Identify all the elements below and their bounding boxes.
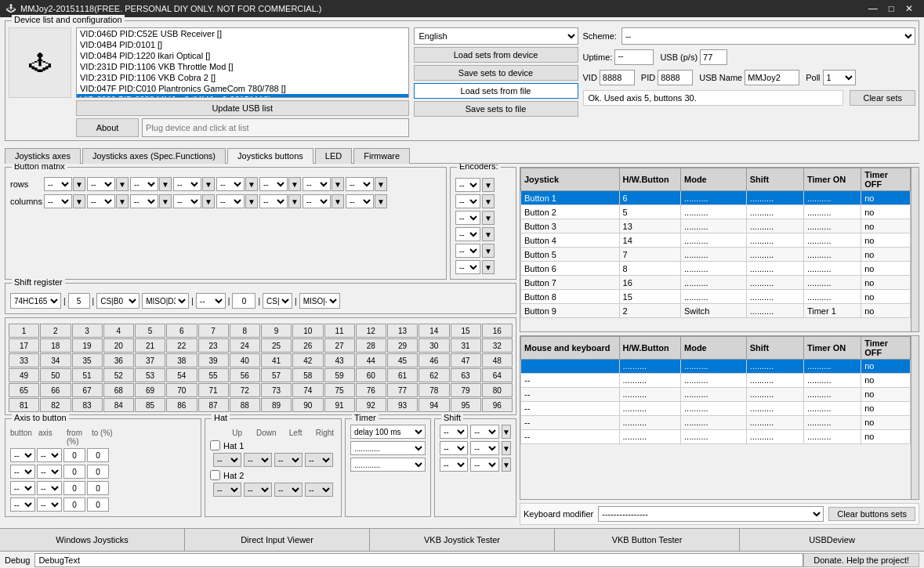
number-btn-71[interactable]: 71 (198, 383, 229, 397)
save-to-file-button[interactable]: Save sets to file (414, 101, 578, 117)
number-btn-48[interactable]: 48 (482, 353, 513, 367)
clear-sets-button[interactable]: Clear sets (850, 90, 915, 106)
cols-selects-select-7[interactable]: -- (346, 194, 374, 208)
number-btn-80[interactable]: 80 (482, 383, 513, 397)
hat2-checkbox[interactable] (210, 470, 220, 480)
cols-selects-btn-7[interactable]: ▼ (375, 194, 387, 208)
number-btn-34[interactable]: 34 (40, 353, 71, 367)
shift-small-btn-1[interactable]: ▼ (502, 441, 511, 455)
encoder-select-1[interactable]: -- (455, 194, 480, 208)
number-btn-26[interactable]: 26 (292, 338, 323, 353)
device-listbox[interactable]: VID:046D PID:C52E USB Receiver []VID:04B… (76, 27, 409, 98)
hat1-right-select[interactable]: -- (305, 453, 333, 467)
encoder-btn-4[interactable]: ▼ (482, 244, 495, 258)
cols-selects-btn-1[interactable]: ▼ (116, 194, 129, 208)
encoder-select-0[interactable]: -- (455, 178, 480, 192)
shift-miso-select[interactable]: MISO|D3 (142, 293, 189, 309)
number-btn-57[interactable]: 57 (261, 368, 292, 382)
mouse-keyboard-table-container[interactable]: Mouse and keyboardH/W.ButtonModeShiftTim… (520, 335, 919, 501)
rows-selects-select-6[interactable]: -- (303, 177, 331, 191)
a2b-to-input-3[interactable] (87, 497, 109, 512)
tab-joysticks-axes[interactable]: Joysticks axes (5, 148, 81, 164)
joystick-table-container[interactable]: JoystickH/W.ButtonModeShiftTimer ONTimer… (520, 167, 919, 332)
joy-table-row[interactable]: Button 716..............................… (521, 276, 911, 290)
a2b-axis-select-1[interactable]: -- (37, 465, 62, 479)
number-btn-79[interactable]: 79 (451, 383, 481, 397)
number-btn-74[interactable]: 74 (292, 383, 323, 397)
encoder-btn-5[interactable]: ▼ (482, 260, 495, 274)
donate-button[interactable]: Donate. Help the project! (803, 553, 919, 567)
device-list-item[interactable]: VID:8888 PID:8888 MMJoy2 (MMJoy2-2015111… (77, 94, 408, 98)
number-btn-40[interactable]: 40 (230, 353, 260, 367)
number-btn-83[interactable]: 83 (72, 398, 103, 412)
cols-selects-select-3[interactable]: -- (173, 194, 201, 208)
number-btn-29[interactable]: 29 (387, 338, 418, 353)
joystick-scrollbar[interactable] (911, 168, 919, 331)
number-btn-13[interactable]: 13 (387, 324, 418, 338)
shift-small-sel2-2[interactable]: -- (470, 458, 498, 472)
device-list-item[interactable]: VID:231D PID:1106 VKB Throttle Mod [] (77, 61, 408, 72)
mk-table-row[interactable]: --......................................… (521, 387, 911, 401)
number-btn-51[interactable]: 51 (72, 368, 103, 382)
shift-val3-input[interactable] (232, 293, 255, 309)
number-btn-9[interactable]: 9 (261, 324, 292, 338)
shift-type-select[interactable]: 74HC165 (10, 293, 61, 309)
rows-selects-btn-1[interactable]: ▼ (116, 177, 129, 191)
encoder-select-2[interactable]: -- (455, 211, 480, 225)
device-list-item[interactable]: VID:231D PID:1106 VKB Cobra 2 [] (77, 72, 408, 83)
device-list-item[interactable]: VID:04B4 PID:0101 [] (77, 39, 408, 50)
joy-table-row[interactable]: Button 815..............................… (521, 290, 911, 304)
number-btn-95[interactable]: 95 (451, 398, 481, 412)
tab-joysticks-axes-(spec.functions)[interactable]: Joysticks axes (Spec.Functions) (82, 148, 226, 164)
number-btn-23[interactable]: 23 (198, 338, 229, 353)
number-btn-87[interactable]: 87 (198, 398, 229, 412)
number-btn-70[interactable]: 70 (166, 383, 197, 397)
number-btn-59[interactable]: 59 (324, 368, 355, 382)
number-btn-49[interactable]: 49 (9, 368, 39, 382)
number-btn-96[interactable]: 96 (482, 398, 513, 412)
encoder-btn-3[interactable]: ▼ (482, 227, 495, 241)
shift-small-sel1-0[interactable]: -- (440, 425, 468, 439)
number-btn-38[interactable]: 38 (166, 353, 197, 367)
joy-table-row[interactable]: Button 16..............................n… (521, 191, 911, 205)
shift-small-sel2-0[interactable]: -- (470, 425, 498, 439)
number-btn-24[interactable]: 24 (230, 338, 260, 353)
save-to-device-button[interactable]: Save sets to device (414, 65, 578, 81)
number-btn-46[interactable]: 46 (419, 353, 449, 367)
shift-small-btn-2[interactable]: ▼ (502, 458, 511, 472)
shift-val2-select[interactable]: -- (196, 293, 226, 309)
number-btn-15[interactable]: 15 (451, 324, 481, 338)
number-btn-94[interactable]: 94 (419, 398, 449, 412)
number-btn-12[interactable]: 12 (356, 324, 386, 338)
cols-selects-select-6[interactable]: -- (303, 194, 331, 208)
minimize-button[interactable]: — (864, 2, 882, 16)
number-btn-10[interactable]: 10 (292, 324, 323, 338)
language-select[interactable]: EnglishRussian (414, 27, 578, 45)
shift-csbo-select[interactable]: CS|B0 (96, 293, 140, 309)
number-btn-92[interactable]: 92 (356, 398, 386, 412)
number-btn-43[interactable]: 43 (324, 353, 355, 367)
number-btn-8[interactable]: 8 (230, 324, 260, 338)
rows-selects-btn-2[interactable]: ▼ (159, 177, 172, 191)
number-btn-61[interactable]: 61 (387, 368, 418, 382)
number-btn-11[interactable]: 11 (324, 324, 355, 338)
number-btn-16[interactable]: 16 (482, 324, 513, 338)
number-btn-20[interactable]: 20 (103, 338, 134, 353)
number-btn-25[interactable]: 25 (261, 338, 292, 353)
number-btn-21[interactable]: 21 (135, 338, 165, 353)
rows-selects-select-1[interactable]: -- (87, 177, 115, 191)
number-btn-2[interactable]: 2 (40, 324, 71, 338)
number-btn-33[interactable]: 33 (9, 353, 39, 367)
number-btn-18[interactable]: 18 (40, 338, 71, 353)
rows-selects-btn-4[interactable]: ▼ (245, 177, 258, 191)
number-btn-14[interactable]: 14 (419, 324, 449, 338)
load-from-device-button[interactable]: Load sets from device (414, 47, 578, 63)
number-btn-41[interactable]: 41 (261, 353, 292, 367)
rows-selects-btn-3[interactable]: ▼ (202, 177, 215, 191)
cols-selects-btn-5[interactable]: ▼ (288, 194, 301, 208)
number-btn-42[interactable]: 42 (292, 353, 323, 367)
rows-selects-select-0[interactable]: -- (44, 177, 72, 191)
rows-selects-btn-6[interactable]: ▼ (332, 177, 344, 191)
shift-count-input[interactable] (68, 293, 90, 309)
cols-selects-select-0[interactable]: -- (44, 194, 72, 208)
